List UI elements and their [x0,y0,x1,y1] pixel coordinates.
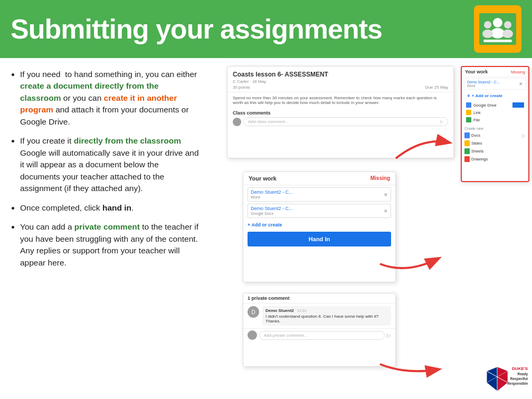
hi-title: Your work [249,175,277,182]
hi-doc2: Demo Stuent2 - C... Google Docs ✕ [248,204,391,218]
page-title: Submitting your assignments [11,13,382,45]
yw-create-sheets[interactable]: Sheets [462,147,528,155]
cm-avatar: D [248,306,259,318]
cm-input-placeholder: Add private comment... [264,333,307,338]
screenshot-classroom-top: Coasts lesson 6- ASSESSMENT C Carter · 1… [227,66,454,158]
yw-option-link-label: Link [473,110,481,115]
drive-button [512,102,524,108]
yw-option-file-label: File [473,118,480,122]
yw-doc1-type: Word [467,84,500,88]
hi-doc2-type: Google Docs [251,211,293,216]
svg-point-5 [504,21,511,28]
cm-comment-block: D Demo Stuent2 11:01 I didn't understand… [243,303,395,328]
cm-time: 11:01 [297,309,307,312]
sheets-icon [464,148,470,154]
svg-point-1 [493,18,502,27]
slides-icon [464,140,470,146]
page-header: Submitting your assignments [0,0,532,58]
hi-doc2-title: Demo Stuent2 - C... [251,206,293,211]
hi-doc1-title: Demo Stuent2 - C... [251,189,293,195]
duke-ready: Ready [507,372,528,376]
sc-comment-row: Add class comment... ▷ [233,117,448,126]
screenshot-hand-in: Your work Missing Demo Stuent2 - C... Wo… [243,172,396,282]
yw-option-file[interactable]: File [464,116,526,124]
yw-create-slides[interactable]: Slides [462,139,528,147]
hi-doc1: Demo Stuent2 - C... Word ✕ [248,187,391,202]
cm-input[interactable]: Add private comment... [259,331,385,340]
hand-in-button[interactable]: Hand In [248,232,391,246]
svg-point-6 [502,30,513,38]
hi-header: Your work Missing [243,172,395,185]
drawings-icon [464,156,470,162]
cm-input-avatar [248,330,257,340]
sc-comments-label: Class comments [233,110,448,116]
duke-text: DUKE'S Ready Respectful Responsible [507,366,528,386]
highlight-directly: directly from the classroom [74,136,181,145]
sc-author: C Carter · 18 May [233,79,448,84]
yw-option-drive-label: Google Drive [473,103,497,108]
hi-close2-icon[interactable]: ✕ [384,208,388,214]
hi-close1-icon[interactable]: ✕ [384,192,388,197]
svg-rect-7 [483,40,512,42]
cm-input-row: Add private comment... ▷ [243,328,395,341]
duke-respectful: Respectful [507,376,528,381]
svg-point-3 [484,21,491,28]
yw-options: Google Drive Link File [462,100,528,125]
sc-comments-section: Class comments Add class comment... ▷ [227,108,453,128]
yw-arrow-icon: ▷ [522,133,526,138]
cm-send-icon[interactable]: ▷ [387,332,391,338]
highlight-private-comment: private comment [74,222,140,231]
yw-option-drive[interactable]: Google Drive [464,101,526,109]
file-icon [466,117,471,122]
yw-doc1: Demo Stuent2 - C... Word ✕ [464,78,526,90]
hand-in-bold: hand in [102,203,131,212]
bullet-item-1: If you need to hand something in, you ca… [20,69,201,128]
text-panel: If you need to hand something in, you ca… [0,63,211,399]
yw-close-icon[interactable]: ✕ [519,81,523,87]
screenshot-comment: 1 private comment D Demo Stuent2 11:01 I… [243,293,396,367]
cm-avatar-letter: D [251,309,255,315]
screenshots-panel: Coasts lesson 6- ASSESSMENT C Carter · 1… [211,63,532,399]
sc-commenter-avatar [233,118,241,126]
duke-name: DUKE'S [507,366,528,372]
sc-lesson-title: Coasts lesson 6- ASSESSMENT [233,71,448,78]
google-classroom-icon [474,5,521,53]
duke-responsible: Responsible [507,381,528,386]
bullet-item-3: Once completed, click hand in. [20,202,201,214]
cm-bubble: Demo Stuent2 11:01 I didn't understand q… [262,306,391,326]
duke-logo: DUKE'S Ready Respectful Responsible [486,366,528,395]
bullet-item-2: If you create it directly from the class… [20,135,201,194]
yw-create-new-label: Create new [462,126,528,131]
hi-add-btn[interactable]: + Add or create [243,220,395,230]
svg-marker-9 [497,367,508,391]
link-icon [466,110,471,115]
yw-create-docs[interactable]: Docs ▷ [462,131,528,139]
hi-add-label: + Add or create [248,222,282,227]
cm-commenter-name: Demo Stuent2 [265,308,294,313]
yw-create-drawings-label: Drawings [471,157,488,162]
cm-header: 1 private comment [243,293,395,303]
yw-doc1-title: Demo Stuent2 - C... [467,80,500,84]
yw-create-sheets-label: Sheets [471,149,483,154]
yw-add-create-btn[interactable]: + Add or create [464,91,526,100]
yw-status: Missing [511,70,525,74]
sc-send-icon: ▷ [440,119,443,124]
sc-points: 30 points [233,85,250,90]
main-content: If you need to hand something in, you ca… [0,58,532,399]
yw-add-label: + Add or create [472,93,502,98]
hi-status: Missing [370,175,390,182]
yw-create-docs-label: Docs [471,133,480,138]
yw-option-link[interactable]: Link [464,109,526,116]
duke-shield-svg [486,366,509,392]
yw-create-drawings[interactable]: Drawings [462,155,528,163]
sc-comment-input[interactable]: Add class comment... ▷ [243,117,448,126]
bullet1-or: or [63,93,71,102]
bullet-list: If you need to hand something in, you ca… [11,69,201,269]
your-work-panel: Your work Missing Demo Stuent2 - C... Wo… [461,66,529,182]
yw-header: Your work Missing [462,67,528,77]
yw-title: Your work [465,69,488,74]
bullet-item-4: You can add a private comment to the tea… [20,221,201,269]
sc-comment-placeholder: Add class comment... [248,119,288,124]
cm-message: I didn't understand question 6. Can I ha… [265,314,388,324]
docs-icon [464,132,470,138]
